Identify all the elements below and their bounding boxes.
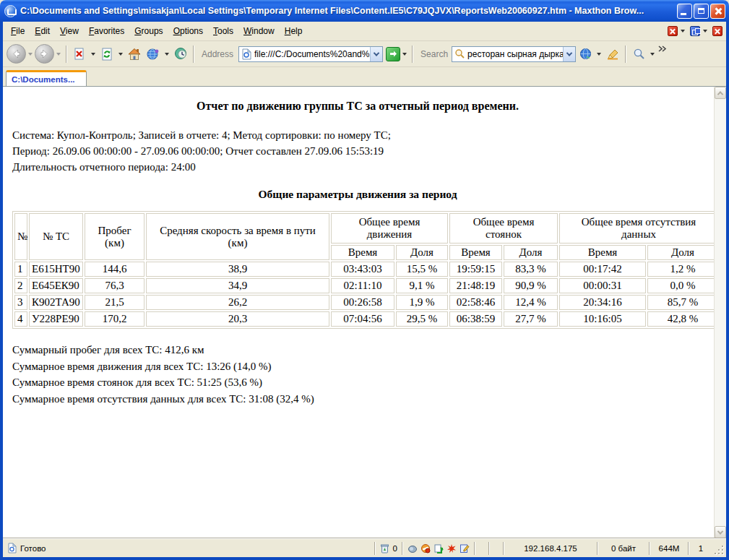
- cell-nodata-share: 0,0 %: [647, 278, 714, 293]
- forward-history-dropdown[interactable]: [56, 53, 61, 56]
- search-dropdown-button[interactable]: [563, 47, 575, 61]
- cell-vehicle: Е615НТ90: [29, 262, 83, 277]
- web-search-button[interactable]: [576, 45, 595, 64]
- toolbar-separator: [625, 46, 626, 63]
- menu-options[interactable]: Options: [168, 24, 208, 38]
- home-button[interactable]: [125, 45, 144, 64]
- col-header-parking: Общее время стоянок: [449, 213, 558, 244]
- highlight-button[interactable]: [603, 45, 622, 64]
- toolbar-overflow-button[interactable]: [658, 42, 667, 55]
- toolbar-separator: [193, 46, 194, 63]
- summary-line: Суммарный пробег для всех ТС: 412,6 км: [12, 342, 708, 358]
- cell-parking-share: 83,3 %: [504, 262, 558, 277]
- find-dropdown[interactable]: [650, 53, 655, 56]
- report-meta-line: Система: Купол-Контроль; Записей в отчет…: [12, 127, 708, 143]
- chevron-down-icon: [717, 528, 723, 534]
- menu-view[interactable]: View: [55, 24, 84, 38]
- menu-window[interactable]: Window: [238, 24, 280, 38]
- page-content: Отчет по движению группы ТС за отчетный …: [3, 86, 726, 538]
- scroll-down-button[interactable]: [715, 526, 726, 538]
- col-header-share: Доля: [396, 245, 448, 260]
- cell-nodata-time: 10:16:05: [559, 311, 646, 327]
- cell-nodata-share: 42,8 %: [647, 311, 714, 327]
- media-dropdown[interactable]: [165, 53, 169, 56]
- minimize-icon: [681, 13, 686, 15]
- search-box[interactable]: [452, 46, 576, 62]
- forward-button[interactable]: [35, 44, 54, 64]
- close-all-button[interactable]: [711, 25, 723, 38]
- menu-bar: File Edit View Favorites Groups Options …: [3, 22, 726, 41]
- history-button[interactable]: [171, 45, 190, 64]
- menu-help[interactable]: Help: [280, 24, 308, 38]
- close-tab-dropdown[interactable]: [681, 30, 685, 33]
- restore-icon: [698, 8, 704, 14]
- web-search-dropdown[interactable]: [597, 53, 601, 56]
- popup-blocker-icon[interactable]: [420, 543, 431, 553]
- go-arrow-icon: [389, 50, 397, 58]
- media-button[interactable]: [144, 45, 163, 64]
- report-meta-line: Длительность отчетного периода: 24:00: [12, 159, 708, 175]
- scroll-up-button[interactable]: [715, 87, 726, 99]
- close-tab-button[interactable]: [666, 25, 678, 38]
- trash-icon[interactable]: [380, 543, 389, 553]
- flash-blocker-icon[interactable]: [447, 543, 457, 553]
- tab-documents[interactable]: C:\Documents...: [6, 70, 87, 86]
- cell-vehicle: Е645ЕК90: [29, 278, 83, 293]
- cascade-dropdown[interactable]: [703, 30, 707, 33]
- find-button[interactable]: [629, 45, 648, 64]
- close-button[interactable]: [710, 4, 725, 19]
- ip-address: 192.168.4.175: [524, 544, 577, 553]
- go-dropdown[interactable]: [402, 53, 407, 56]
- address-input[interactable]: [254, 48, 370, 61]
- report-document: Отчет по движению группы ТС за отчетный …: [3, 87, 714, 538]
- cell-mileage: 21,5: [85, 295, 144, 310]
- col-header-time: Время: [449, 245, 502, 260]
- go-button[interactable]: [386, 47, 400, 61]
- cell-nodata-time: 20:34:16: [559, 295, 646, 310]
- tab-bar: C:\Documents...: [3, 67, 726, 86]
- filter-icon[interactable]: [433, 543, 444, 553]
- chevron-down-icon: [374, 50, 379, 56]
- resize-grip[interactable]: [714, 545, 724, 555]
- plugin-icon[interactable]: [407, 543, 418, 553]
- cell-moving-share: 1,9 %: [396, 295, 448, 310]
- address-dropdown-button[interactable]: [370, 47, 382, 61]
- refresh-dropdown[interactable]: [118, 53, 123, 56]
- chevron-up-icon: [717, 91, 723, 97]
- edit-page-icon[interactable]: [460, 543, 470, 553]
- table-row: 4 У228РЕ90 170,2 20,3 07:04:56 29,5 % 06…: [14, 311, 714, 327]
- stop-icon: [73, 48, 86, 61]
- menu-file[interactable]: File: [6, 24, 30, 38]
- stop-button[interactable]: [70, 45, 89, 64]
- menu-groups[interactable]: Groups: [129, 24, 168, 38]
- address-bar[interactable]: [238, 46, 383, 62]
- menu-favorites[interactable]: Favorites: [84, 24, 129, 38]
- col-header-num: №: [14, 213, 27, 260]
- cell-moving-share: 29,5 %: [396, 311, 448, 327]
- cell-moving-time: 00:26:58: [331, 295, 394, 310]
- refresh-button[interactable]: [98, 45, 116, 64]
- summary-line: Суммарное время отсутствия данных для вс…: [12, 391, 708, 408]
- section-title: Общие параметры движения за период: [12, 188, 703, 201]
- toolbar-separator: [66, 46, 67, 63]
- search-input[interactable]: [467, 48, 563, 61]
- col-header-nodata: Общее время отсутствия данных: [559, 213, 714, 244]
- back-history-dropdown[interactable]: [28, 53, 33, 56]
- cell-moving-time: 07:04:56: [331, 311, 394, 327]
- tab-label: C:\Documents...: [12, 75, 75, 84]
- cell-vehicle: К902ТА90: [29, 295, 83, 310]
- col-header-share: Доля: [647, 245, 714, 260]
- vertical-scrollbar[interactable]: [714, 87, 726, 538]
- back-button[interactable]: [7, 44, 26, 64]
- menu-edit[interactable]: Edit: [30, 24, 55, 38]
- col-header-share: Доля: [504, 245, 558, 260]
- status-page-icon: [7, 543, 17, 553]
- restore-button[interactable]: [694, 4, 709, 19]
- close-tab-icon: [668, 26, 678, 36]
- search-label: Search: [420, 49, 448, 59]
- menu-tools[interactable]: Tools: [208, 24, 238, 38]
- window-cascade-button[interactable]: [689, 25, 701, 38]
- stop-dropdown[interactable]: [91, 53, 95, 56]
- col-header-avg-speed: Средняя скорость за время в пути (км): [146, 213, 329, 260]
- minimize-button[interactable]: [677, 4, 692, 19]
